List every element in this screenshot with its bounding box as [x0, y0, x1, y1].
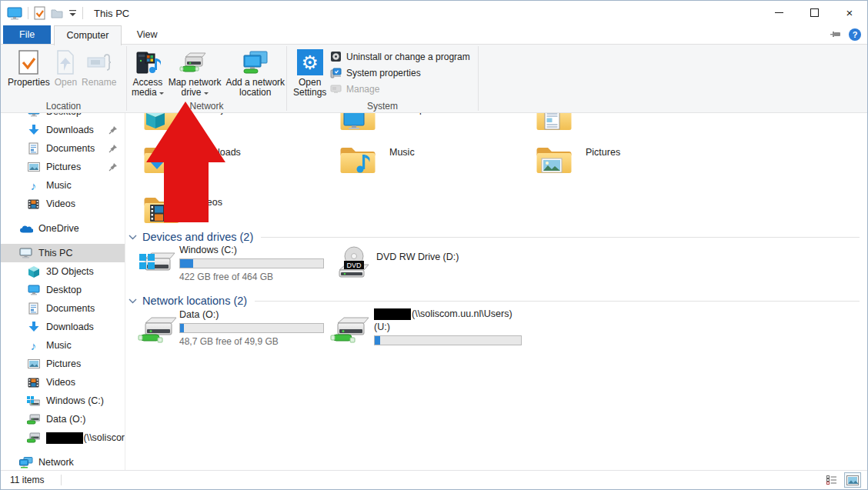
folder-3d-objects[interactable]: 3D Objects — [143, 113, 336, 138]
videos-icon — [26, 376, 41, 389]
uninstall-icon — [330, 51, 342, 62]
maximize-button[interactable] — [796, 1, 832, 24]
capacity-bar — [374, 335, 522, 345]
capacity-bar — [179, 258, 324, 268]
capacity-bar — [179, 323, 324, 333]
folder-music[interactable]: Music — [339, 143, 532, 182]
folder-pictures[interactable]: Pictures — [536, 143, 728, 182]
access-media-button[interactable]: Access media — [129, 47, 166, 99]
open-button[interactable]: Open — [52, 47, 79, 89]
folder-downloads[interactable]: Downloads — [143, 143, 336, 182]
redacted-text — [46, 432, 83, 444]
minimize-button[interactable] — [761, 1, 796, 24]
sidebar-item-pictures[interactable]: Pictures — [1, 355, 125, 373]
pin-icon[interactable] — [108, 144, 118, 153]
section-devices-and-drives: Devices and drives (2) — [129, 229, 860, 245]
sidebar-item-this-pc[interactable]: This PC — [1, 244, 125, 262]
folder-desktop[interactable]: Desktop — [339, 113, 532, 138]
group-label-system: System — [287, 101, 478, 112]
sidebar-item-network[interactable]: Network — [1, 453, 125, 470]
add-network-location-icon — [225, 48, 285, 76]
file-list: 3D Objects Desktop Documents Downloads M… — [125, 113, 867, 470]
properties-button[interactable]: Properties — [5, 47, 52, 89]
sidebar-item-onedrive[interactable]: OneDrive — [1, 219, 125, 238]
explorer-window: This PC × File Computer View ? — [0, 0, 868, 490]
new-folder-icon[interactable] — [51, 7, 63, 19]
status-bar: 11 items — [1, 470, 867, 489]
sidebar-item-music[interactable]: ♪ Music — [1, 176, 125, 195]
folder-documents[interactable]: Documents — [536, 113, 728, 138]
section-rule — [255, 301, 860, 302]
system-properties-button[interactable]: System properties — [330, 65, 470, 81]
collapse-chevron-icon[interactable] — [129, 298, 137, 304]
sidebar-item-data-o[interactable]: Data (O:) — [1, 410, 125, 428]
map-network-drive-button[interactable]: Map network drive — [166, 47, 224, 99]
drive-dvd-d[interactable]: DVD DVD RW Drive (D:) — [335, 244, 531, 284]
toolbar-separator — [28, 7, 28, 19]
uninstall-program-button[interactable]: Uninstall or change a program — [330, 48, 470, 65]
sidebar-item-documents[interactable]: Documents — [1, 139, 125, 158]
sidebar-item-desktop[interactable]: Desktop — [1, 281, 125, 299]
sidebar-item-desktop-quick[interactable]: Desktop — [1, 113, 125, 121]
picture-icon — [26, 358, 41, 371]
properties-icon[interactable] — [34, 6, 45, 20]
help-icon[interactable]: ? — [849, 28, 861, 41]
status-separator — [61, 475, 62, 485]
ribbon-group-system: ⚙ Open Settings Uninstall or change a pr… — [287, 45, 478, 112]
sidebar-item-videos[interactable]: Videos — [1, 373, 125, 392]
ribbon-group-location: Properties Open Rename Location — [1, 45, 126, 112]
group-label-network: Network — [127, 101, 286, 112]
thumbnail-view-button[interactable] — [844, 472, 861, 488]
open-icon — [55, 48, 77, 76]
toolbar-separator — [82, 7, 83, 19]
details-view-button[interactable] — [823, 472, 840, 488]
rename-icon — [82, 48, 116, 76]
window-controls: × — [761, 1, 867, 24]
sidebar-item-user-share[interactable]: (\\soliscor — [1, 428, 125, 447]
desktop-icon — [26, 284, 41, 297]
pin-icon[interactable] — [108, 162, 118, 172]
drive-windows-c[interactable]: Windows (C:) 422 GB free of 464 GB — [138, 244, 334, 284]
tab-computer[interactable]: Computer — [54, 25, 122, 45]
customize-toolbar-icon[interactable] — [68, 9, 77, 17]
minimize-ribbon-pin-icon[interactable] — [830, 30, 842, 39]
document-icon — [26, 302, 41, 315]
sidebar-item-pictures[interactable]: Pictures — [1, 158, 125, 176]
manage-button[interactable]: Manage — [330, 81, 470, 97]
rename-button[interactable]: Rename — [79, 47, 119, 89]
tab-view[interactable]: View — [125, 25, 170, 44]
onedrive-cloud-icon — [18, 222, 33, 235]
music-note-icon: ♪ — [26, 339, 41, 352]
window-title: This PC — [94, 8, 129, 19]
sidebar-item-videos[interactable]: Videos — [1, 195, 125, 213]
sidebar-item-music[interactable]: ♪ Music — [1, 336, 125, 355]
close-button[interactable]: × — [832, 1, 867, 24]
system-properties-icon — [330, 67, 342, 78]
drive-user-u[interactable]: (\\soliscom.uu.nl\Users) (U:) — [330, 308, 546, 348]
sidebar-item-downloads[interactable]: Downloads — [1, 121, 125, 139]
collapse-chevron-icon[interactable] — [129, 235, 137, 240]
downloads-icon — [26, 124, 41, 137]
videos-icon — [26, 198, 41, 211]
ribbon-group-separator — [478, 46, 479, 111]
sidebar-item-downloads[interactable]: Downloads — [1, 318, 125, 336]
sidebar-item-documents[interactable]: Documents — [1, 299, 125, 318]
item-count: 11 items — [10, 475, 44, 485]
folder-videos[interactable]: Videos — [143, 193, 336, 232]
sidebar-item-3d-objects[interactable]: 3D Objects — [1, 262, 125, 281]
pin-icon[interactable] — [108, 125, 118, 135]
add-network-location-button[interactable]: Add a network location — [223, 47, 287, 99]
group-label-location: Location — [1, 101, 126, 112]
navigation-pane: Desktop Downloads Documents Pictures ♪ M… — [1, 113, 125, 470]
section-network-locations: Network locations (2) — [129, 293, 860, 308]
drive-data-o[interactable]: Data (O:) 48,7 GB free of 49,9 GB — [138, 308, 334, 348]
properties-icon — [8, 48, 50, 76]
minimize-icon — [775, 12, 783, 13]
settings-gear-icon: ⚙ — [293, 48, 326, 76]
network-drive-icon — [26, 432, 41, 445]
tab-file[interactable]: File — [3, 25, 51, 44]
sidebar-item-windows-c[interactable]: Windows (C:) — [1, 392, 125, 410]
windows-drive-icon — [26, 395, 41, 408]
access-media-icon — [132, 48, 164, 76]
open-settings-button[interactable]: ⚙ Open Settings — [291, 47, 329, 99]
